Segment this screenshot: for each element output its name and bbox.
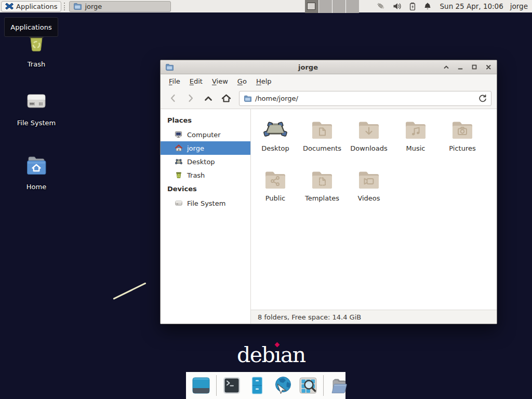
tooltip-text: Applications xyxy=(10,23,51,31)
terminal-icon[interactable] xyxy=(221,375,242,396)
sidebar-item-jorge[interactable]: jorge xyxy=(161,141,250,155)
window-body: Places Computer jorge xyxy=(161,109,497,324)
forward-button[interactable] xyxy=(183,91,198,105)
folder-pictures-icon xyxy=(450,116,475,141)
menu-view[interactable]: View xyxy=(207,75,233,87)
side-pane: Places Computer jorge xyxy=(161,109,251,324)
home-folder-icon xyxy=(24,152,49,177)
file-item-pictures[interactable]: Pictures xyxy=(439,116,486,166)
drive-mini-icon xyxy=(175,199,183,207)
menubar: File Edit View Go Help xyxy=(161,74,497,88)
file-item-videos[interactable]: Videos xyxy=(345,166,392,216)
desktop-icon-file-system[interactable]: File System xyxy=(11,88,61,127)
back-button[interactable] xyxy=(166,91,180,105)
window-titlebar[interactable]: jorge xyxy=(161,60,497,74)
file-manager-icon[interactable] xyxy=(247,375,268,396)
folder-documents-icon xyxy=(310,116,335,141)
taskbar-window-label: jorge xyxy=(85,3,102,10)
toolbar: /home/jorge/ xyxy=(161,88,497,109)
file-manager-window: jorge File Edit View Go Help xyxy=(160,60,497,324)
volume-icon[interactable] xyxy=(393,2,402,10)
applications-menu-label: Applications xyxy=(16,3,57,10)
xfce-logo-icon xyxy=(5,2,14,10)
desktop-icon xyxy=(263,116,288,141)
home-button[interactable] xyxy=(219,91,233,105)
panel-separator-handle xyxy=(64,3,67,10)
path-text[interactable]: /home/jorge/ xyxy=(255,95,475,102)
file-item-documents[interactable]: Documents xyxy=(299,116,345,166)
dock-separator xyxy=(323,375,324,396)
places-header: Places xyxy=(161,113,250,128)
home-icon xyxy=(175,144,183,152)
file-item-public[interactable]: Public xyxy=(252,166,299,216)
workspace-window-thumb xyxy=(307,3,315,10)
panel-clock[interactable]: Sun 25 Apr, 10:06 xyxy=(440,2,503,10)
application-finder-icon[interactable] xyxy=(298,375,318,396)
hard-drive-icon xyxy=(24,88,49,113)
menu-file[interactable]: File xyxy=(164,75,185,87)
panel-username[interactable]: jorge xyxy=(510,2,528,10)
file-item-downloads[interactable]: Downloads xyxy=(345,116,392,166)
desktop-icon-home[interactable]: Home xyxy=(11,152,61,191)
system-tray xyxy=(377,2,432,11)
folder-public-icon xyxy=(263,166,288,191)
battery-charging-icon[interactable] xyxy=(408,2,417,11)
folder-downloads-icon xyxy=(356,116,381,141)
status-text: 8 folders, Free space: 14.4 GiB xyxy=(258,313,361,321)
window-controls xyxy=(443,63,492,71)
file-item-music[interactable]: Music xyxy=(392,116,439,166)
applications-tooltip: Applications xyxy=(4,17,58,37)
maximize-button[interactable] xyxy=(471,63,478,71)
applications-menu-button[interactable]: Applications xyxy=(1,1,61,12)
folder-templates-icon xyxy=(310,166,335,191)
file-grid: Desktop Documents xyxy=(251,109,497,310)
file-item-templates[interactable]: Templates xyxy=(299,166,345,216)
notifications-bell-icon[interactable] xyxy=(423,2,432,11)
bottom-dock xyxy=(186,372,345,399)
sidebar-item-desktop[interactable]: Desktop xyxy=(161,155,250,168)
statusbar: 8 folders, Free space: 14.4 GiB xyxy=(251,310,497,324)
reload-button[interactable] xyxy=(478,94,487,102)
workspace-4[interactable] xyxy=(345,0,359,13)
desktop-icon-label: Trash xyxy=(11,60,61,68)
location-bar[interactable]: /home/jorge/ xyxy=(239,91,491,106)
workspace-1[interactable] xyxy=(305,0,318,13)
desktop-mini-icon xyxy=(175,157,183,166)
sidebar-item-file-system[interactable]: File System xyxy=(161,196,250,210)
devices-header: Devices xyxy=(161,182,250,196)
debian-logo-i: ı xyxy=(274,342,281,367)
minimize-button[interactable] xyxy=(457,63,464,71)
folder-window-icon xyxy=(73,2,82,10)
path-folder-icon xyxy=(244,95,251,102)
file-item-desktop[interactable]: Desktop xyxy=(252,116,299,166)
desktop-icon-label: Home xyxy=(11,183,61,191)
network-plug-icon[interactable] xyxy=(377,2,386,11)
folder-music-icon xyxy=(403,116,428,141)
close-button[interactable] xyxy=(485,63,492,71)
shade-button[interactable] xyxy=(443,63,450,71)
trash-mini-icon xyxy=(175,171,183,179)
window-folder-icon xyxy=(165,63,174,71)
desktop-stray-line xyxy=(113,282,146,299)
debian-logo: debıan xyxy=(237,342,305,367)
taskbar-window-button[interactable]: jorge xyxy=(69,1,171,12)
menu-help[interactable]: Help xyxy=(251,75,276,87)
computer-icon xyxy=(175,130,183,139)
workspace-2[interactable] xyxy=(318,0,332,13)
top-panel: Applications jorge xyxy=(0,0,532,13)
menu-edit[interactable]: Edit xyxy=(185,75,207,87)
workspace-switcher xyxy=(305,0,359,13)
folder-videos-icon xyxy=(356,166,381,191)
directory-menu-icon[interactable] xyxy=(328,375,349,396)
debian-logo-text: deb xyxy=(237,342,274,367)
window-title: jorge xyxy=(178,63,438,71)
menu-go[interactable]: Go xyxy=(233,75,251,87)
main-view: Desktop Documents xyxy=(251,109,497,324)
up-button[interactable] xyxy=(201,91,216,105)
show-desktop-icon[interactable] xyxy=(191,375,211,396)
web-browser-icon[interactable] xyxy=(272,375,293,396)
sidebar-item-trash[interactable]: Trash xyxy=(161,168,250,182)
desktop-icon-label: File System xyxy=(11,119,61,127)
sidebar-item-computer[interactable]: Computer xyxy=(161,128,250,141)
workspace-3[interactable] xyxy=(332,0,345,13)
